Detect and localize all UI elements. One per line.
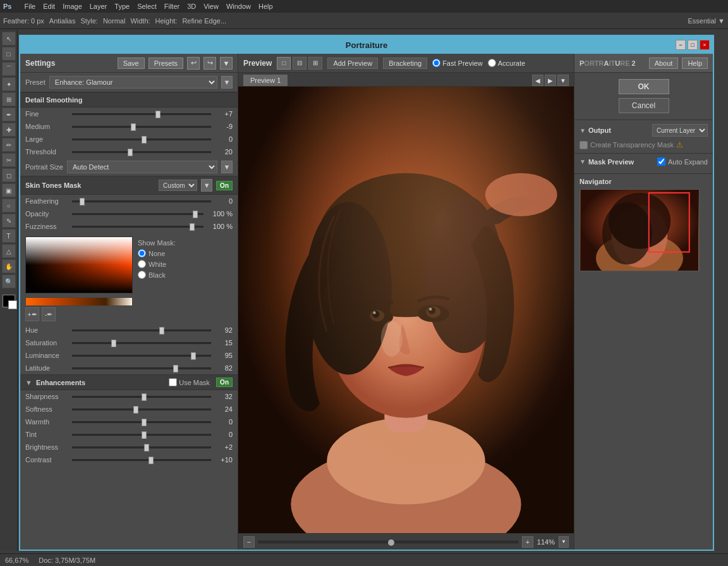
fuzziness-track[interactable] bbox=[72, 226, 203, 228]
tool-hand[interactable]: ✋ bbox=[2, 259, 16, 273]
split-h-view-icon[interactable]: ⊟ bbox=[293, 57, 306, 70]
medium-thumb[interactable] bbox=[131, 123, 136, 131]
opacity-track[interactable] bbox=[72, 213, 203, 215]
saturation-thumb[interactable] bbox=[111, 340, 116, 347]
settings-menu-button[interactable]: ▼ bbox=[220, 57, 233, 70]
tool-text[interactable]: T bbox=[2, 229, 16, 243]
tint-track[interactable] bbox=[72, 434, 211, 436]
opacity-thumb[interactable] bbox=[193, 211, 198, 218]
luminance-track[interactable] bbox=[72, 355, 211, 357]
menu-window[interactable]: Window bbox=[226, 3, 251, 10]
save-button[interactable]: Save bbox=[118, 58, 145, 69]
contrast-track[interactable] bbox=[72, 459, 211, 461]
fast-preview-radio-input[interactable] bbox=[432, 59, 440, 67]
output-layer-select[interactable]: Current Layer bbox=[652, 124, 708, 137]
saturation-track[interactable] bbox=[72, 342, 211, 344]
menu-select[interactable]: Select bbox=[137, 3, 157, 10]
transparency-checkbox[interactable] bbox=[579, 141, 588, 149]
menu-image[interactable]: Image bbox=[63, 3, 82, 10]
tool-selection[interactable]: □ bbox=[2, 47, 16, 61]
accurate-radio-input[interactable] bbox=[488, 59, 496, 67]
ok-button[interactable]: OK bbox=[619, 79, 669, 94]
toolbar-refine-edge[interactable]: Refine Edge... bbox=[182, 17, 226, 25]
menu-3d[interactable]: 3D bbox=[187, 3, 196, 10]
presets-button[interactable]: Presets bbox=[149, 58, 183, 69]
hue-track[interactable] bbox=[72, 329, 211, 331]
use-mask-checkbox[interactable] bbox=[169, 378, 177, 386]
medium-track[interactable] bbox=[72, 126, 211, 128]
help-button[interactable]: Help bbox=[682, 58, 708, 69]
fuzziness-thumb[interactable] bbox=[190, 223, 195, 231]
tool-crop[interactable]: ⊞ bbox=[2, 92, 16, 106]
prev-nav-right[interactable]: ▶ bbox=[545, 75, 556, 86]
tool-magic-wand[interactable]: ✦ bbox=[2, 77, 16, 91]
sharpness-track[interactable] bbox=[72, 396, 211, 398]
zoom-dropdown[interactable]: ▼ bbox=[559, 536, 569, 548]
skin-mode-select[interactable]: Custom bbox=[159, 180, 197, 191]
show-black-radio[interactable] bbox=[138, 271, 146, 279]
latitude-track[interactable] bbox=[72, 367, 211, 369]
preset-dropdown-arrow[interactable]: ▼ bbox=[221, 76, 233, 89]
show-none-radio[interactable] bbox=[138, 249, 146, 257]
brightness-thumb[interactable] bbox=[144, 444, 149, 452]
skin-mode-arrow[interactable]: ▼ bbox=[201, 179, 212, 192]
tint-thumb[interactable] bbox=[142, 431, 147, 439]
auto-expand-checkbox[interactable] bbox=[657, 157, 665, 166]
large-track[interactable] bbox=[72, 138, 211, 140]
tool-path[interactable]: △ bbox=[2, 244, 16, 258]
zoom-slider[interactable] bbox=[258, 541, 518, 543]
color-swatch[interactable] bbox=[25, 297, 133, 306]
feathering-track[interactable] bbox=[72, 200, 211, 202]
maximize-button[interactable]: □ bbox=[688, 40, 698, 50]
tool-move[interactable]: ↖ bbox=[2, 32, 16, 46]
threshold-thumb[interactable] bbox=[128, 149, 133, 156]
brightness-track[interactable] bbox=[72, 446, 211, 448]
about-button[interactable]: About bbox=[649, 58, 679, 69]
tool-gradient[interactable]: ▣ bbox=[2, 183, 16, 197]
add-preview-button[interactable]: Add Preview bbox=[327, 58, 378, 69]
tool-eyedropper[interactable]: ✒ bbox=[2, 108, 16, 121]
eyedropper-add-button[interactable]: +✒ bbox=[25, 307, 39, 321]
tool-brush[interactable]: ✏ bbox=[2, 138, 16, 152]
background-color[interactable] bbox=[8, 300, 17, 309]
undo-button[interactable]: ↩ bbox=[187, 57, 200, 70]
softness-track[interactable] bbox=[72, 409, 211, 410]
fine-thumb[interactable] bbox=[155, 111, 161, 118]
tool-lasso[interactable]: ⌒ bbox=[2, 62, 16, 76]
cancel-button[interactable]: Cancel bbox=[619, 98, 669, 113]
zoom-plus-button[interactable]: + bbox=[522, 536, 533, 548]
feathering-thumb[interactable] bbox=[80, 198, 85, 206]
tool-heal[interactable]: ✚ bbox=[2, 123, 16, 137]
preset-select[interactable]: Enhance: Glamour bbox=[49, 76, 217, 89]
fine-track[interactable] bbox=[72, 113, 211, 115]
tool-zoom[interactable]: 🔍 bbox=[2, 274, 16, 288]
zoom-slider-thumb[interactable] bbox=[388, 539, 394, 546]
foreground-color[interactable] bbox=[3, 295, 15, 307]
tool-dodge[interactable]: ○ bbox=[2, 199, 16, 212]
portrait-size-select[interactable]: Auto Detect bbox=[67, 161, 217, 173]
menu-layer[interactable]: Layer bbox=[90, 3, 107, 10]
split-v-view-icon[interactable]: ⊞ bbox=[308, 57, 322, 70]
tool-eraser[interactable]: ◻ bbox=[2, 168, 16, 182]
preview-tab-1[interactable]: Preview 1 bbox=[243, 75, 288, 86]
sharpness-thumb[interactable] bbox=[142, 393, 147, 401]
navigator-thumbnail[interactable] bbox=[579, 189, 700, 271]
prev-nav-left[interactable]: ◀ bbox=[532, 75, 543, 86]
warmth-track[interactable] bbox=[72, 421, 211, 423]
latitude-thumb[interactable] bbox=[173, 365, 178, 372]
warmth-thumb[interactable] bbox=[142, 419, 147, 426]
close-button[interactable]: × bbox=[700, 40, 710, 50]
hue-thumb[interactable] bbox=[159, 327, 164, 335]
show-white-radio[interactable] bbox=[138, 260, 146, 268]
redo-button[interactable]: ↪ bbox=[203, 57, 216, 70]
large-thumb[interactable] bbox=[142, 136, 147, 144]
color-gradient[interactable] bbox=[25, 237, 133, 293]
prev-nav-menu[interactable]: ▼ bbox=[557, 75, 569, 86]
tool-pen[interactable]: ✎ bbox=[2, 214, 16, 228]
zoom-minus-button[interactable]: − bbox=[243, 536, 255, 548]
threshold-track[interactable] bbox=[72, 151, 211, 153]
menu-view[interactable]: View bbox=[203, 3, 219, 10]
luminance-thumb[interactable] bbox=[191, 352, 196, 360]
softness-thumb[interactable] bbox=[133, 406, 138, 414]
minimize-button[interactable]: − bbox=[676, 40, 686, 50]
